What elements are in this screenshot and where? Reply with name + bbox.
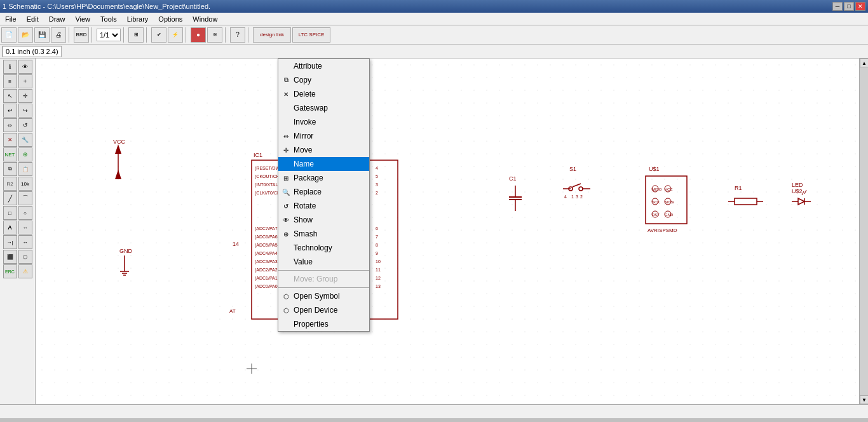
ctx-open-symbol[interactable]: ⬡ Open Symbol <box>278 289 369 303</box>
ctx-open-device-label: Open Device <box>294 306 337 315</box>
menu-view[interactable]: View <box>70 13 95 25</box>
erc-button[interactable]: ⚡ <box>168 27 183 43</box>
ctx-move[interactable]: ✛ Move <box>278 143 369 157</box>
menu-options[interactable]: Options <box>153 13 187 25</box>
zoom-select[interactable]: 1/1 <box>97 29 121 41</box>
ctx-smash[interactable]: ⊕ Smash <box>278 227 369 241</box>
layers-btn[interactable]: ≡ <box>3 74 17 88</box>
line-btn[interactable]: ╱ <box>3 191 17 205</box>
maximize-button[interactable]: □ <box>844 2 854 11</box>
copy-btn[interactable]: ⧉ <box>3 162 17 176</box>
ctx-properties-label: Properties <box>294 320 329 329</box>
delete-btn[interactable]: ✕ <box>3 133 17 147</box>
sep3 <box>123 27 126 43</box>
ctx-rotate[interactable]: ↺ Rotate <box>278 199 369 213</box>
bus-btn[interactable]: 10k <box>18 177 32 191</box>
warning-btn[interactable]: ⚠ <box>18 264 32 278</box>
sim-btn[interactable]: ≋ <box>207 27 222 43</box>
menu-edit[interactable]: Edit <box>22 13 44 25</box>
dim-btn[interactable]: ↔ <box>18 221 32 235</box>
open-button[interactable]: 📂 <box>18 27 33 43</box>
scroll-down-btn[interactable]: ▼ <box>860 395 868 404</box>
svg-text:VCC: VCC <box>113 139 126 145</box>
svg-text:SCK: SCK <box>652 200 660 204</box>
save-button[interactable]: 💾 <box>34 27 50 43</box>
pin-btn[interactable]: →| <box>3 235 17 249</box>
rect-btn[interactable]: □ <box>3 206 17 220</box>
scroll-up-btn[interactable]: ▲ <box>860 58 868 67</box>
rotate-icon: ↺ <box>281 201 291 211</box>
move-btn[interactable]: ✛ <box>18 89 32 103</box>
sidebar-row-10: ╱ ⌒ <box>3 191 32 205</box>
grid-button[interactable]: ⊞ <box>128 27 144 43</box>
net-btn[interactable]: NET <box>3 147 17 161</box>
ctx-package[interactable]: ⊞ Package <box>278 171 369 185</box>
svg-text:4: 4 <box>376 166 378 170</box>
paste-btn[interactable]: 📋 <box>18 162 32 176</box>
ltspice-btn[interactable]: LTC SPICE <box>292 27 330 43</box>
svg-text:1: 1 <box>571 194 574 199</box>
scroll-track[interactable] <box>860 67 868 395</box>
left-sidebar: ℹ 👁 ≡ + ↖ ✛ ↩ ↪ ⇔ ↺ ✕ 🔧 NET ⊕ ⧉ 📋 <box>0 58 36 404</box>
ctx-rotate-label: Rotate <box>294 201 316 210</box>
board-button[interactable]: BRD <box>74 27 89 43</box>
ctx-delete[interactable]: ✕ Delete <box>278 87 369 101</box>
sidebar-row-6: ✕ 🔧 <box>3 133 32 147</box>
svg-text:AVRISPSMD: AVRISPSMD <box>648 228 677 233</box>
wire-btn[interactable]: R2 <box>3 177 17 191</box>
ctx-show[interactable]: 👁 Show <box>278 213 369 227</box>
polygon-btn[interactable]: ⬡ <box>18 250 32 264</box>
via-btn[interactable]: ⬛ <box>3 250 17 264</box>
menu-window[interactable]: Window <box>187 13 222 25</box>
menu-library[interactable]: Library <box>122 13 154 25</box>
junction-btn[interactable]: ⊕ <box>18 147 32 161</box>
eye-btn[interactable]: 👁 <box>18 60 32 74</box>
select-btn[interactable]: ↖ <box>3 89 17 103</box>
new-button[interactable]: 📄 <box>1 27 17 43</box>
ctx-gateswap[interactable]: Gateswap <box>278 101 369 115</box>
svg-text:(ADC5/PA5): (ADC5/PA5) <box>255 243 279 248</box>
ctx-copy[interactable]: ⧉ Copy <box>278 73 369 87</box>
svg-text:7: 7 <box>376 235 378 239</box>
redo-btn[interactable]: ↪ <box>18 104 32 118</box>
help-button[interactable]: ? <box>230 27 245 43</box>
menu-draw[interactable]: Draw <box>44 13 71 25</box>
ctx-properties[interactable]: Properties <box>278 317 369 331</box>
menu-file[interactable]: File <box>0 13 22 25</box>
text-btn[interactable]: A <box>3 221 17 235</box>
add-btn[interactable]: + <box>18 74 32 88</box>
ctx-invoke[interactable]: Invoke <box>278 115 369 129</box>
rotate-btn[interactable]: ↺ <box>18 118 32 132</box>
svg-text:GND: GND <box>119 248 133 254</box>
sidebar-row-8: ⧉ 📋 <box>3 162 32 176</box>
svg-text:(ADC4/PA4): (ADC4/PA4) <box>255 251 279 256</box>
ctx-gateswap-label: Gateswap <box>294 104 328 112</box>
design-link-btn[interactable]: design link <box>253 27 291 43</box>
ctx-technology[interactable]: Technology <box>278 241 369 255</box>
circle-btn[interactable]: ○ <box>18 206 32 220</box>
menu-tools[interactable]: Tools <box>95 13 122 25</box>
ctx-mirror[interactable]: ⇔ Mirror <box>278 129 369 143</box>
ctx-value[interactable]: Value <box>278 255 369 269</box>
close-button[interactable]: ✕ <box>855 2 865 11</box>
mirror-btn[interactable]: ⇔ <box>3 118 17 132</box>
pad-btn[interactable]: ↔ <box>18 235 32 249</box>
tool2-btn[interactable]: 🔧 <box>18 133 32 147</box>
drc-button[interactable]: ✔ <box>151 27 166 43</box>
erc2-btn[interactable]: ERC <box>3 264 17 278</box>
canvas-area[interactable]: VCC GND IC1 (RE <box>36 58 859 404</box>
ctx-open-device[interactable]: ⬡ Open Device <box>278 303 369 317</box>
open-device-icon: ⬡ <box>281 305 291 315</box>
undo-btn[interactable]: ↩ <box>3 104 17 118</box>
svg-text:(ADC1/PA1): (ADC1/PA1) <box>255 276 279 281</box>
print-button[interactable]: 🖨 <box>51 27 66 43</box>
info-btn[interactable]: ℹ <box>3 60 17 74</box>
ctx-name[interactable]: Name <box>278 157 369 171</box>
ctx-attribute[interactable]: Attribute <box>278 59 369 73</box>
minimize-button[interactable]: ─ <box>832 2 843 11</box>
right-scrollbar: ▲ ▼ <box>859 58 868 404</box>
ctx-replace[interactable]: 🔍 Replace <box>278 185 369 199</box>
arc-btn[interactable]: ⌒ <box>18 191 32 205</box>
stop-button[interactable]: ● <box>191 27 206 43</box>
menu-bar: File Edit Draw View Tools Library Option… <box>0 13 868 25</box>
